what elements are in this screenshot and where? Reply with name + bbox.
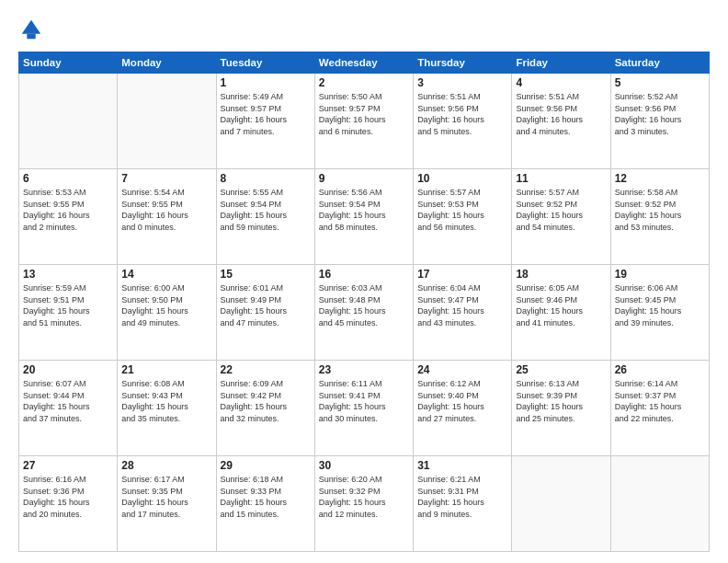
week-row-5: 27Sunrise: 6:16 AM Sunset: 9:36 PM Dayli… bbox=[19, 456, 710, 552]
calendar-cell: 25Sunrise: 6:13 AM Sunset: 9:39 PM Dayli… bbox=[512, 361, 610, 456]
logo bbox=[18, 17, 48, 42]
week-row-3: 13Sunrise: 5:59 AM Sunset: 9:51 PM Dayli… bbox=[19, 265, 710, 361]
day-number: 21 bbox=[121, 363, 211, 376]
day-number: 12 bbox=[615, 172, 705, 185]
day-number: 1 bbox=[221, 76, 311, 89]
calendar-cell: 1Sunrise: 5:49 AM Sunset: 9:57 PM Daylig… bbox=[216, 74, 314, 169]
calendar-cell: 27Sunrise: 6:16 AM Sunset: 9:36 PM Dayli… bbox=[19, 456, 118, 552]
day-info: Sunrise: 5:56 AM Sunset: 9:54 PM Dayligh… bbox=[319, 187, 409, 233]
svg-marker-0 bbox=[22, 20, 41, 34]
day-number: 27 bbox=[23, 459, 113, 472]
day-number: 14 bbox=[121, 268, 211, 281]
calendar-cell bbox=[610, 456, 709, 552]
day-number: 16 bbox=[319, 268, 409, 281]
day-number: 8 bbox=[221, 172, 311, 185]
day-info: Sunrise: 6:21 AM Sunset: 9:31 PM Dayligh… bbox=[417, 474, 507, 520]
calendar-cell: 16Sunrise: 6:03 AM Sunset: 9:48 PM Dayli… bbox=[314, 265, 413, 361]
week-row-1: 1Sunrise: 5:49 AM Sunset: 9:57 PM Daylig… bbox=[19, 74, 710, 169]
calendar-cell: 22Sunrise: 6:09 AM Sunset: 9:42 PM Dayli… bbox=[216, 361, 314, 456]
calendar-cell: 18Sunrise: 6:05 AM Sunset: 9:46 PM Dayli… bbox=[512, 265, 610, 361]
weekday-header-thursday: Thursday bbox=[414, 52, 512, 74]
day-number: 17 bbox=[417, 268, 507, 281]
day-info: Sunrise: 5:49 AM Sunset: 9:57 PM Dayligh… bbox=[221, 91, 311, 137]
day-info: Sunrise: 6:00 AM Sunset: 9:50 PM Dayligh… bbox=[121, 282, 211, 328]
header bbox=[18, 17, 710, 42]
day-info: Sunrise: 5:53 AM Sunset: 9:55 PM Dayligh… bbox=[23, 187, 113, 233]
calendar-cell: 24Sunrise: 6:12 AM Sunset: 9:40 PM Dayli… bbox=[414, 361, 512, 456]
day-info: Sunrise: 5:54 AM Sunset: 9:55 PM Dayligh… bbox=[121, 187, 211, 233]
day-number: 20 bbox=[23, 363, 113, 376]
day-info: Sunrise: 6:14 AM Sunset: 9:37 PM Dayligh… bbox=[615, 378, 705, 424]
day-number: 9 bbox=[319, 172, 409, 185]
day-info: Sunrise: 6:11 AM Sunset: 9:41 PM Dayligh… bbox=[319, 378, 409, 424]
day-info: Sunrise: 6:16 AM Sunset: 9:36 PM Dayligh… bbox=[23, 474, 113, 520]
day-number: 23 bbox=[319, 363, 409, 376]
day-info: Sunrise: 5:55 AM Sunset: 9:54 PM Dayligh… bbox=[221, 187, 311, 233]
weekday-header-row: SundayMondayTuesdayWednesdayThursdayFrid… bbox=[19, 52, 710, 74]
day-number: 2 bbox=[319, 76, 409, 89]
day-info: Sunrise: 6:05 AM Sunset: 9:46 PM Dayligh… bbox=[516, 282, 606, 328]
day-info: Sunrise: 5:57 AM Sunset: 9:53 PM Dayligh… bbox=[417, 187, 507, 233]
calendar-cell: 15Sunrise: 6:01 AM Sunset: 9:49 PM Dayli… bbox=[216, 265, 314, 361]
weekday-header-monday: Monday bbox=[118, 52, 216, 74]
calendar-cell: 28Sunrise: 6:17 AM Sunset: 9:35 PM Dayli… bbox=[118, 456, 216, 552]
calendar-cell: 8Sunrise: 5:55 AM Sunset: 9:54 PM Daylig… bbox=[216, 169, 314, 265]
day-info: Sunrise: 6:04 AM Sunset: 9:47 PM Dayligh… bbox=[417, 282, 507, 328]
day-number: 25 bbox=[516, 363, 606, 376]
day-number: 6 bbox=[23, 172, 113, 185]
day-info: Sunrise: 5:51 AM Sunset: 9:56 PM Dayligh… bbox=[516, 91, 606, 137]
calendar-cell: 10Sunrise: 5:57 AM Sunset: 9:53 PM Dayli… bbox=[414, 169, 512, 265]
day-number: 19 bbox=[615, 268, 705, 281]
calendar-cell: 13Sunrise: 5:59 AM Sunset: 9:51 PM Dayli… bbox=[19, 265, 118, 361]
day-info: Sunrise: 6:09 AM Sunset: 9:42 PM Dayligh… bbox=[221, 378, 311, 424]
day-info: Sunrise: 5:52 AM Sunset: 9:56 PM Dayligh… bbox=[615, 91, 705, 137]
weekday-header-wednesday: Wednesday bbox=[314, 52, 413, 74]
calendar-cell: 4Sunrise: 5:51 AM Sunset: 9:56 PM Daylig… bbox=[512, 74, 610, 169]
day-number: 3 bbox=[417, 76, 507, 89]
day-info: Sunrise: 6:07 AM Sunset: 9:44 PM Dayligh… bbox=[23, 378, 113, 424]
calendar-cell: 2Sunrise: 5:50 AM Sunset: 9:57 PM Daylig… bbox=[314, 74, 413, 169]
day-number: 26 bbox=[615, 363, 705, 376]
day-number: 31 bbox=[417, 459, 507, 472]
week-row-2: 6Sunrise: 5:53 AM Sunset: 9:55 PM Daylig… bbox=[19, 169, 710, 265]
calendar-cell bbox=[512, 456, 610, 552]
calendar-cell: 11Sunrise: 5:57 AM Sunset: 9:52 PM Dayli… bbox=[512, 169, 610, 265]
calendar-table: SundayMondayTuesdayWednesdayThursdayFrid… bbox=[18, 52, 710, 552]
day-number: 30 bbox=[319, 459, 409, 472]
calendar-cell bbox=[118, 74, 216, 169]
logo-icon bbox=[18, 17, 44, 42]
week-row-4: 20Sunrise: 6:07 AM Sunset: 9:44 PM Dayli… bbox=[19, 361, 710, 456]
calendar-cell: 17Sunrise: 6:04 AM Sunset: 9:47 PM Dayli… bbox=[414, 265, 512, 361]
day-number: 10 bbox=[417, 172, 507, 185]
day-info: Sunrise: 5:51 AM Sunset: 9:56 PM Dayligh… bbox=[417, 91, 507, 137]
day-number: 15 bbox=[221, 268, 311, 281]
calendar-cell: 19Sunrise: 6:06 AM Sunset: 9:45 PM Dayli… bbox=[610, 265, 709, 361]
calendar-cell: 3Sunrise: 5:51 AM Sunset: 9:56 PM Daylig… bbox=[414, 74, 512, 169]
day-info: Sunrise: 6:13 AM Sunset: 9:39 PM Dayligh… bbox=[516, 378, 606, 424]
calendar-cell: 29Sunrise: 6:18 AM Sunset: 9:33 PM Dayli… bbox=[216, 456, 314, 552]
calendar-cell: 7Sunrise: 5:54 AM Sunset: 9:55 PM Daylig… bbox=[118, 169, 216, 265]
day-info: Sunrise: 6:08 AM Sunset: 9:43 PM Dayligh… bbox=[121, 378, 211, 424]
weekday-header-tuesday: Tuesday bbox=[216, 52, 314, 74]
day-number: 22 bbox=[221, 363, 311, 376]
day-info: Sunrise: 5:59 AM Sunset: 9:51 PM Dayligh… bbox=[23, 282, 113, 328]
day-info: Sunrise: 5:58 AM Sunset: 9:52 PM Dayligh… bbox=[615, 187, 705, 233]
page: SundayMondayTuesdayWednesdayThursdayFrid… bbox=[0, 0, 728, 563]
day-info: Sunrise: 6:12 AM Sunset: 9:40 PM Dayligh… bbox=[417, 378, 507, 424]
day-info: Sunrise: 6:01 AM Sunset: 9:49 PM Dayligh… bbox=[221, 282, 311, 328]
calendar-cell: 9Sunrise: 5:56 AM Sunset: 9:54 PM Daylig… bbox=[314, 169, 413, 265]
day-number: 4 bbox=[516, 76, 606, 89]
calendar-cell: 23Sunrise: 6:11 AM Sunset: 9:41 PM Dayli… bbox=[314, 361, 413, 456]
weekday-header-friday: Friday bbox=[512, 52, 610, 74]
calendar-cell: 5Sunrise: 5:52 AM Sunset: 9:56 PM Daylig… bbox=[610, 74, 709, 169]
calendar-cell: 30Sunrise: 6:20 AM Sunset: 9:32 PM Dayli… bbox=[314, 456, 413, 552]
calendar-cell: 12Sunrise: 5:58 AM Sunset: 9:52 PM Dayli… bbox=[610, 169, 709, 265]
day-info: Sunrise: 6:20 AM Sunset: 9:32 PM Dayligh… bbox=[319, 474, 409, 520]
day-info: Sunrise: 5:57 AM Sunset: 9:52 PM Dayligh… bbox=[516, 187, 606, 233]
calendar-cell: 26Sunrise: 6:14 AM Sunset: 9:37 PM Dayli… bbox=[610, 361, 709, 456]
day-info: Sunrise: 5:50 AM Sunset: 9:57 PM Dayligh… bbox=[319, 91, 409, 137]
calendar-cell: 20Sunrise: 6:07 AM Sunset: 9:44 PM Dayli… bbox=[19, 361, 118, 456]
day-number: 28 bbox=[121, 459, 211, 472]
day-number: 18 bbox=[516, 268, 606, 281]
day-number: 13 bbox=[23, 268, 113, 281]
